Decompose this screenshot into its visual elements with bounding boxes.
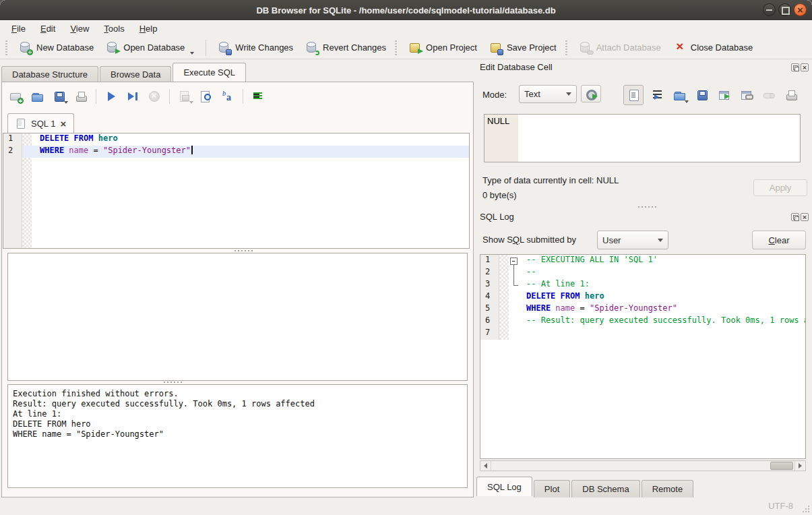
- close-panel-icon[interactable]: [801, 213, 809, 221]
- app-window: DB Browser for SQLite - /home/user/code/…: [0, 0, 812, 515]
- write-changes-icon: [218, 41, 231, 55]
- save-results-button[interactable]: [176, 88, 193, 104]
- code-line: 6-- Result: query executed successfully.…: [480, 315, 805, 328]
- open-sql-file-button[interactable]: [29, 88, 46, 104]
- sql-log-view[interactable]: 1-- EXECUTING ALL IN 'SQL 1'2--3-- At li…: [480, 254, 806, 459]
- new-database-icon: [19, 41, 32, 55]
- log-filter-value: User: [602, 235, 621, 245]
- stop-button[interactable]: [146, 88, 163, 104]
- encoding-indicator[interactable]: UTF-8: [768, 501, 793, 511]
- dock-tab-remote[interactable]: Remote: [642, 480, 694, 497]
- open-sql-tab-button[interactable]: [7, 88, 25, 104]
- fold-marker-icon[interactable]: [509, 255, 518, 267]
- close-tab-icon[interactable]: [59, 119, 67, 129]
- float-panel-icon[interactable]: [791, 213, 799, 221]
- sql-doc-tab-bar: SQL 1: [7, 113, 74, 133]
- scroll-right-arrow[interactable]: [794, 461, 805, 471]
- print-icon: [784, 88, 798, 102]
- format-sql-icon: [221, 90, 235, 103]
- line-number: 4: [480, 291, 499, 303]
- scrollbar-thumb[interactable]: [770, 462, 793, 470]
- dock-tab-db-schema[interactable]: DB Schema: [571, 480, 639, 497]
- edit-cell-title: Edit Database Cell: [480, 62, 553, 72]
- execute-all-button[interactable]: [102, 88, 120, 104]
- message-line: Result: query executed successfully. Too…: [13, 399, 467, 409]
- line-number: 1: [480, 255, 499, 267]
- line-number: 2: [3, 146, 22, 158]
- new-database-button[interactable]: New Database: [13, 38, 100, 57]
- tab-database-structure[interactable]: Database Structure: [1, 66, 98, 83]
- resize-grip-icon[interactable]: [801, 504, 809, 512]
- text-document-button[interactable]: [623, 85, 644, 105]
- results-pane[interactable]: [7, 253, 468, 381]
- find-replace-button[interactable]: [197, 88, 215, 104]
- sql-doc-tab[interactable]: SQL 1: [7, 113, 74, 133]
- maximize-button[interactable]: [778, 3, 791, 16]
- edit-cell-dock-buttons: [791, 63, 809, 71]
- menu-tools[interactable]: Tools: [96, 22, 131, 35]
- print-button[interactable]: [783, 87, 799, 103]
- apply-button[interactable]: Apply: [753, 179, 807, 196]
- close-database-button[interactable]: Close Database: [667, 38, 759, 57]
- open-project-button[interactable]: Open Project: [402, 38, 483, 57]
- float-panel-icon[interactable]: [791, 63, 799, 71]
- auto-apply-button[interactable]: [581, 85, 601, 102]
- print-button[interactable]: [72, 88, 90, 104]
- close-button[interactable]: [794, 3, 807, 16]
- attach-database-button[interactable]: Attach Database: [573, 38, 667, 57]
- open-database-button[interactable]: Open Database: [100, 38, 200, 57]
- toolbar-button-label: Close Database: [691, 42, 753, 53]
- save-project-icon: [489, 41, 503, 55]
- menu-help[interactable]: Help: [132, 22, 165, 35]
- main-tab-bar: Database StructureBrowse DataExecute SQL: [1, 63, 247, 82]
- word-wrap-button[interactable]: [650, 87, 666, 103]
- tab-execute-sql[interactable]: Execute SQL: [173, 63, 246, 82]
- toolbar-button-label: New Database: [36, 42, 94, 53]
- save-sql-file-button[interactable]: [51, 88, 68, 104]
- close-panel-icon[interactable]: [801, 63, 809, 71]
- window-title: DB Browser for SQLite - /home/user/code/…: [256, 5, 555, 16]
- open-in-app-icon: [740, 88, 753, 102]
- word-wrap-icon: [651, 88, 664, 102]
- tab-browse-data[interactable]: Browse Data: [100, 66, 171, 83]
- menu-view[interactable]: View: [63, 22, 96, 35]
- splitter-handle[interactable]: [164, 382, 183, 384]
- dock-tab-sql-log[interactable]: SQL Log: [476, 477, 532, 496]
- set-null-button[interactable]: [761, 87, 777, 103]
- code-line: 5WHERE name = "Spider-Youngster": [480, 303, 805, 315]
- find-replace-icon: [199, 90, 213, 103]
- execute-line-button[interactable]: [124, 88, 142, 104]
- open-in-app-button[interactable]: [739, 87, 755, 103]
- auto-indent-button[interactable]: [249, 88, 267, 104]
- log-horizontal-scrollbar[interactable]: [480, 460, 806, 471]
- cell-size-info: 0 byte(s): [482, 190, 517, 200]
- cell-value-editor[interactable]: NULL: [484, 114, 801, 162]
- clear-log-button[interactable]: Clear: [752, 231, 806, 249]
- open-in-window-button[interactable]: [716, 87, 732, 103]
- splitter-handle[interactable]: [235, 250, 253, 252]
- import-data-button[interactable]: [672, 87, 688, 103]
- title-bar[interactable]: DB Browser for SQLite - /home/user/code/…: [0, 0, 812, 20]
- splitter-handle[interactable]: [638, 206, 657, 208]
- cell-mode-select[interactable]: Text: [519, 85, 577, 103]
- message-line: DELETE FROM hero: [13, 419, 467, 429]
- dock-tab-plot[interactable]: Plot: [534, 480, 570, 497]
- execution-message-pane[interactable]: Execution finished without errors.Result…: [7, 384, 468, 488]
- format-sql-button[interactable]: [219, 88, 237, 104]
- scroll-left-arrow[interactable]: [480, 461, 491, 471]
- sql-file-icon: [14, 117, 28, 131]
- menu-file[interactable]: File: [4, 22, 33, 35]
- log-filter-select[interactable]: User: [597, 231, 668, 249]
- minimize-button[interactable]: [763, 3, 776, 16]
- code-line: 2--: [480, 267, 805, 279]
- write-changes-button[interactable]: Write Changes: [212, 38, 299, 57]
- export-data-button[interactable]: [694, 87, 710, 103]
- log-filter-label: Show SQL submitted by: [482, 235, 576, 245]
- set-null-icon: [762, 88, 776, 102]
- revert-changes-button[interactable]: Revert Changes: [299, 38, 392, 57]
- attach-database-icon: [579, 41, 592, 55]
- save-project-button[interactable]: Save Project: [483, 38, 563, 57]
- menu-edit[interactable]: Edit: [33, 22, 63, 35]
- toolbar-button-label: Attach Database: [596, 42, 661, 53]
- sql-editor[interactable]: 1DELETE FROM hero2WHERE name = "Spider-Y…: [3, 133, 470, 249]
